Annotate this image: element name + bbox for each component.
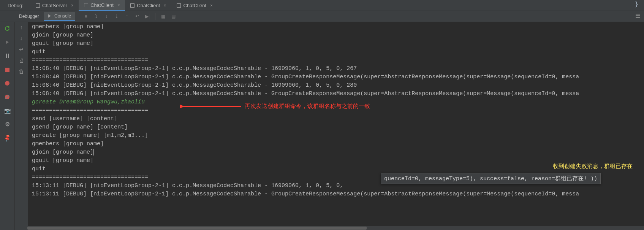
- run-config-icon: [130, 3, 134, 8]
- step-out-icon[interactable]: ↑: [122, 12, 131, 21]
- run-tab-label: ChatClient: [183, 3, 206, 8]
- console-run-icon: [48, 14, 51, 18]
- console-line: gquit [group name]: [32, 40, 93, 47]
- console-line: gquit [group name]: [32, 157, 93, 164]
- console-line: quit: [32, 49, 46, 55]
- run-tab-chatclient-1[interactable]: ChatClient ×: [79, 0, 125, 11]
- console-line: gmembers [group name]: [32, 24, 104, 30]
- console-side-gutter: ↑ ↓ ↩ 🖨 🗑: [15, 22, 28, 230]
- pin-tab-button[interactable]: 📌: [2, 132, 13, 144]
- run-tab-label: ChatServer: [42, 3, 67, 8]
- run-tab-label: ChatClient: [137, 3, 160, 8]
- resume-program-button[interactable]: [3, 38, 11, 46]
- console-line: ==================================: [32, 174, 148, 181]
- run-to-cursor-icon[interactable]: ▶|: [143, 12, 152, 21]
- run-tab-label: ChatClient: [90, 2, 114, 8]
- console-line: ==================================: [32, 57, 148, 63]
- value-tooltip: quenceId=0, messageType=5), success=fals…: [381, 173, 601, 184]
- console-line: gjoin [group name]: [32, 32, 93, 38]
- trace-icon[interactable]: ▤: [169, 12, 178, 21]
- evaluate-expression-icon[interactable]: ▦: [158, 12, 168, 21]
- console-line: 15:08:40 [DEBUG] [nioEventLoopGroup-2-1]…: [32, 90, 579, 97]
- pause-program-button[interactable]: [3, 52, 11, 60]
- console-line: gmembers [group name]: [32, 141, 104, 147]
- run-tab-chatclient-3[interactable]: ChatClient ×: [171, 0, 218, 11]
- force-step-into-icon[interactable]: ⇣: [112, 12, 121, 21]
- view-breakpoints-button[interactable]: [3, 79, 11, 87]
- run-tab-chatclient-2[interactable]: ChatClient ×: [125, 0, 171, 11]
- run-config-icon: [84, 3, 88, 7]
- print-icon[interactable]: 🖨: [19, 57, 24, 63]
- close-icon[interactable]: ×: [162, 3, 166, 8]
- console-line: 15:13:11 [DEBUG] [nioEventLoopGroup-2-1]…: [32, 191, 579, 197]
- console-line: 15:08:40 [DEBUG] [nioEventLoopGroup-2-1]…: [32, 82, 357, 89]
- tab-debugger[interactable]: Debugger: [15, 12, 43, 21]
- scroll-to-top-icon[interactable]: ↑: [20, 24, 23, 30]
- console-line: 15:08:40 [DEBUG] [nioEventLoopGroup-2-1]…: [32, 65, 357, 72]
- console-line: ==================================: [32, 107, 148, 114]
- tab-console[interactable]: Console: [44, 12, 75, 21]
- debug-tabs-row: Debug: ChatServer × ChatClient × ChatCli…: [0, 0, 644, 11]
- console-line: quit: [32, 166, 46, 172]
- console-line: gjoin [group name]: [32, 149, 94, 155]
- close-icon[interactable]: ×: [116, 3, 120, 7]
- debugger-settings-button[interactable]: ⚙: [3, 120, 11, 128]
- console-line: gsend [group name] [content]: [32, 124, 128, 130]
- rerun-button[interactable]: [3, 24, 11, 33]
- debug-label: Debug:: [0, 3, 30, 8]
- stop-button[interactable]: [3, 65, 11, 74]
- console-line: gcreate [group name] [m1,m2,m3...]: [32, 132, 148, 139]
- console-line: 15:13:11 [DEBUG] [nioEventLoopGroup-2-1]…: [32, 182, 343, 189]
- debugger-toolbar: Debugger Console ≡ ⤵ ↓ ⇣ ↑ ↶ ▶| ▦ ▤ ☰: [0, 11, 644, 22]
- threads-icon[interactable]: ≡: [81, 12, 90, 21]
- mute-breakpoints-button[interactable]: [3, 93, 11, 101]
- run-config-icon: [177, 3, 181, 8]
- text-cursor: [93, 149, 94, 155]
- soft-wrap-icon[interactable]: ↩: [19, 46, 24, 52]
- console-line: 15:08:40 [DEBUG] [nioEventLoopGroup-2-1]…: [32, 74, 579, 80]
- drop-frame-icon[interactable]: ↶: [133, 12, 142, 21]
- close-icon[interactable]: ×: [70, 3, 73, 8]
- step-over-icon[interactable]: ⤵: [92, 12, 101, 21]
- layout-settings-icon[interactable]: ☰: [635, 13, 640, 19]
- step-into-icon[interactable]: ↓: [102, 12, 111, 21]
- horizontal-scrollbar[interactable]: [27, 226, 644, 230]
- console-stdin-line: gcreate DreamGroup wangwu,zhaoliu: [32, 99, 145, 105]
- scroll-to-end-icon[interactable]: ↓: [20, 35, 23, 41]
- left-action-gutter: 📷 ⚙ 📌: [0, 22, 15, 230]
- editor-peek-brace: }: [635, 1, 638, 8]
- scrollbar-thumb[interactable]: [27, 227, 367, 230]
- run-tab-chatserver[interactable]: ChatServer ×: [30, 0, 79, 11]
- console-output[interactable]: gmembers [group name] gjoin [group name]…: [28, 22, 644, 230]
- close-icon[interactable]: ×: [209, 3, 212, 8]
- body-area: 📷 ⚙ 📌 ↑ ↓ ↩ 🖨 🗑 gmembers [group name] gj…: [0, 22, 644, 230]
- tab-console-label: Console: [54, 13, 71, 19]
- clear-all-icon[interactable]: 🗑: [19, 68, 24, 75]
- upper-separators: [543, 0, 583, 11]
- thread-dump-button[interactable]: 📷: [3, 106, 11, 115]
- run-config-icon: [36, 3, 40, 8]
- console-line: send [username] [content]: [32, 116, 117, 122]
